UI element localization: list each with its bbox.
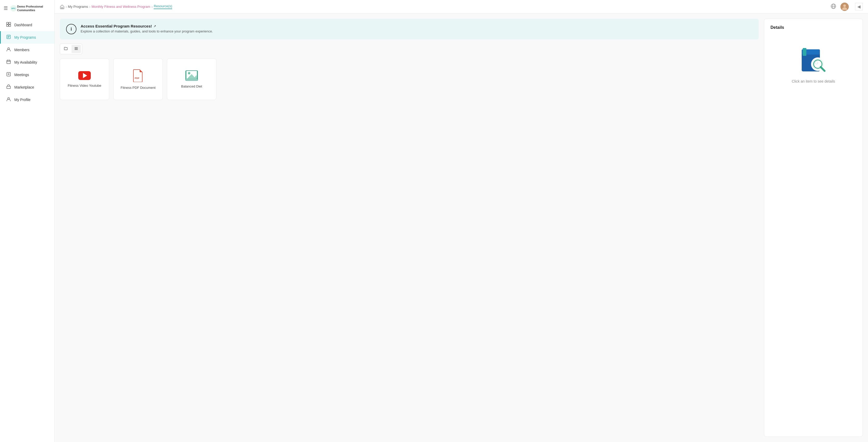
info-circle-icon: i: [66, 24, 76, 34]
sidebar-item-dashboard[interactable]: Dashboard: [0, 19, 54, 31]
sidebar-nav: Dashboard My Programs Members My Availab…: [0, 16, 54, 442]
svg-rect-4: [6, 25, 8, 27]
resource-card-fitness-video-label: Fitness Video Youtube: [68, 83, 101, 88]
svg-rect-18: [7, 86, 10, 89]
sidebar-item-my-availability[interactable]: My Availability: [0, 56, 54, 69]
content-area: i Access Essential Program Resources! ↗ …: [55, 13, 868, 442]
svg-point-25: [843, 4, 846, 7]
sidebar-header: ☰ DPC Demo Professional Communities: [0, 0, 54, 16]
list-view-button[interactable]: [71, 45, 81, 53]
my-programs-icon: [6, 35, 11, 40]
marketplace-icon: [6, 84, 11, 90]
image-doc-icon: [186, 70, 197, 80]
breadcrumb-current: Resource(s): [154, 4, 172, 9]
grid-view-button[interactable]: [61, 45, 70, 53]
sidebar-item-members[interactable]: Members: [0, 44, 54, 56]
resource-card-balanced-diet-label: Balanced Diet: [181, 84, 202, 88]
external-link-icon[interactable]: ↗: [153, 25, 156, 28]
resource-card-fitness-pdf[interactable]: PDF Fitness PDF Document: [113, 59, 163, 100]
view-toggle: [60, 44, 82, 54]
sidebar-item-marketplace-label: Marketplace: [14, 85, 34, 89]
folder-icon: [64, 46, 68, 50]
youtube-play-icon: [83, 73, 87, 78]
collapse-panel-button[interactable]: ◀: [855, 3, 863, 10]
details-title: Details: [771, 25, 784, 30]
resource-card-fitness-video[interactable]: Fitness Video Youtube: [60, 59, 109, 100]
image-icon: [185, 70, 198, 81]
availability-icon: [6, 60, 11, 65]
sidebar-item-dashboard-label: Dashboard: [14, 23, 32, 27]
pdf-doc-icon: PDF: [133, 69, 143, 82]
topbar-right: ◀: [831, 3, 863, 11]
avatar[interactable]: [840, 3, 849, 11]
members-icon: [6, 47, 11, 53]
sidebar-item-meetings[interactable]: Meetings: [0, 69, 54, 81]
breadcrumb-sep-3: ›: [151, 4, 153, 9]
app-name: Demo Professional Communities: [17, 5, 52, 12]
main-content: › My Programs › Monthly Fitness and Well…: [55, 0, 868, 442]
sidebar-item-my-programs-label: My Programs: [14, 35, 36, 39]
resource-card-balanced-diet[interactable]: Balanced Diet: [167, 59, 216, 100]
globe-icon[interactable]: [831, 3, 836, 10]
hamburger-icon[interactable]: ☰: [4, 5, 8, 11]
details-panel: Details: [764, 19, 863, 437]
resources-panel: i Access Essential Program Resources! ↗ …: [60, 19, 759, 437]
app-logo: DPC: [10, 4, 17, 13]
details-search-illustration: [799, 45, 828, 74]
svg-rect-2: [6, 22, 8, 24]
home-icon: [60, 4, 64, 9]
sidebar-item-availability-label: My Availability: [14, 60, 37, 64]
sidebar-item-profile-label: My Profile: [14, 98, 30, 102]
sidebar-item-my-profile[interactable]: My Profile: [0, 94, 54, 106]
resource-card-fitness-pdf-label: Fitness PDF Document: [121, 86, 155, 90]
topbar: › My Programs › Monthly Fitness and Well…: [55, 0, 868, 13]
svg-text:PDF: PDF: [135, 77, 140, 79]
svg-point-32: [188, 72, 190, 74]
dashboard-icon: [6, 22, 11, 28]
sidebar: ☰ DPC Demo Professional Communities Dash…: [0, 0, 55, 442]
svg-rect-3: [9, 22, 11, 24]
banner-description: Explore a collection of materials, guide…: [81, 29, 213, 33]
info-text: Access Essential Program Resources! ↗ Ex…: [81, 24, 213, 33]
sidebar-item-my-programs[interactable]: My Programs: [0, 31, 54, 44]
youtube-icon: [78, 71, 91, 80]
details-hint: Click an item to see details: [792, 79, 835, 83]
svg-rect-11: [7, 60, 10, 64]
profile-icon: [6, 97, 11, 103]
breadcrumb-sep-2: ›: [89, 4, 91, 9]
svg-text:DPC: DPC: [11, 7, 16, 10]
svg-rect-15: [7, 72, 10, 76]
breadcrumb: › My Programs › Monthly Fitness and Well…: [60, 4, 172, 9]
pdf-icon: PDF: [133, 69, 143, 82]
sidebar-item-members-label: Members: [14, 48, 29, 52]
banner-title: Access Essential Program Resources! ↗: [81, 24, 213, 28]
details-illustration: Click an item to see details: [792, 45, 835, 83]
info-banner: i Access Essential Program Resources! ↗ …: [60, 19, 759, 39]
list-icon: [74, 46, 78, 50]
sidebar-item-marketplace[interactable]: Marketplace: [0, 81, 54, 94]
sidebar-item-meetings-label: Meetings: [14, 73, 29, 77]
breadcrumb-sep-1: ›: [65, 4, 67, 9]
breadcrumb-my-programs[interactable]: My Programs: [68, 5, 88, 8]
meetings-icon: [6, 72, 11, 78]
resource-grid: Fitness Video Youtube PDF Fitness PDF Do…: [60, 59, 759, 100]
breadcrumb-home[interactable]: [60, 4, 64, 9]
svg-rect-5: [9, 25, 11, 27]
breadcrumb-program-name[interactable]: Monthly Fitness and Wellness Program: [92, 5, 150, 8]
svg-rect-20: [61, 7, 63, 8]
